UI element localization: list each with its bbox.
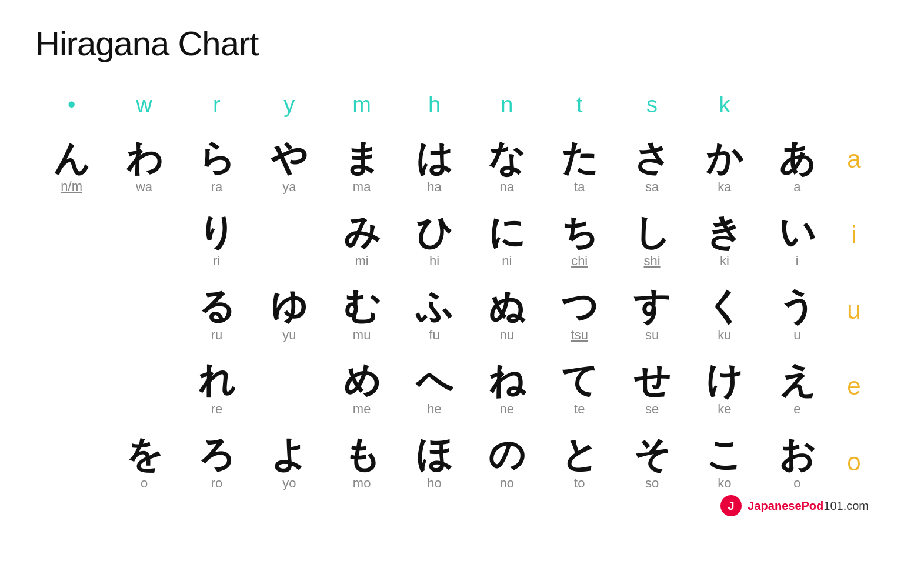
- kana-character: ほ: [416, 435, 453, 475]
- romaji-label: i: [796, 253, 799, 269]
- table-cell: すsu: [616, 278, 688, 352]
- table-row: りriみmiひhiにniちchiしshiきkiいi: [35, 203, 833, 278]
- table-cell: けke: [688, 352, 760, 426]
- kana-character: か: [706, 138, 743, 178]
- table-cell: くku: [688, 278, 760, 352]
- kana-character: み: [343, 212, 381, 252]
- table-cell: しshi: [616, 203, 688, 278]
- romaji-label: so: [645, 476, 659, 491]
- kana-character: を: [126, 435, 163, 475]
- table-cell: ひhi: [398, 203, 471, 278]
- kana-character: さ: [633, 138, 671, 178]
- kana-character: の: [488, 435, 525, 475]
- table-cell: [253, 352, 325, 426]
- romaji-label: ma: [353, 179, 371, 195]
- header-row: • w r y m h n t s k: [35, 86, 833, 129]
- kana-character: ゆ: [271, 286, 308, 326]
- table-cell: [35, 352, 108, 426]
- kana-character: な: [488, 138, 525, 178]
- hiragana-table: • w r y m h n t s k んn/mわwaらraやyaまmaはhaな…: [35, 86, 833, 500]
- romaji-label: te: [574, 402, 585, 417]
- romaji-label: o: [141, 476, 148, 491]
- table-cell: たta: [543, 129, 616, 203]
- kana-character: ぬ: [488, 286, 525, 326]
- table-row: れreめmeへheねneてteせseけkeえe: [35, 352, 833, 426]
- chart-main: • w r y m h n t s k んn/mわwaらraやyaまmaはhaな…: [35, 86, 833, 500]
- kana-character: き: [706, 212, 743, 252]
- romaji-label: ni: [502, 253, 512, 269]
- header-bullet: •: [35, 86, 108, 129]
- page-title: Hiragana Chart: [35, 24, 869, 63]
- kana-character: ら: [198, 138, 235, 178]
- romaji-label: nu: [500, 328, 514, 343]
- svg-text:J: J: [728, 499, 735, 512]
- kana-character: そ: [633, 435, 671, 475]
- kana-character: ん: [53, 139, 90, 179]
- romaji-label: hi: [429, 253, 439, 269]
- header-n: n: [471, 86, 543, 129]
- kana-character: く: [706, 286, 743, 326]
- table-row: るruゆyuむmuふfuぬnuつtsuすsuくkuうu: [35, 278, 833, 352]
- table-cell: れre: [181, 352, 253, 426]
- kana-character: せ: [633, 360, 671, 400]
- table-cell: をo: [108, 426, 180, 500]
- table-cell: ちchi: [543, 203, 616, 278]
- header-y: y: [253, 86, 325, 129]
- kana-character: れ: [198, 360, 235, 400]
- romaji-label: ka: [718, 179, 731, 195]
- table-cell: ふfu: [398, 278, 471, 352]
- romaji-label: me: [353, 402, 371, 417]
- kana-character: し: [633, 212, 671, 252]
- romaji-label: ha: [427, 179, 441, 195]
- kana-character: に: [488, 212, 525, 252]
- table-cell: [108, 278, 180, 352]
- table-row: んn/mわwaらraやyaまmaはhaなnaたtaさsaかkaあa: [35, 129, 833, 203]
- table-cell: [108, 203, 180, 278]
- table-cell: ゆyu: [253, 278, 325, 352]
- romaji-label: sa: [645, 179, 659, 195]
- kana-character: え: [779, 360, 816, 400]
- vowel-u: u: [839, 296, 869, 325]
- page-container: Hiragana Chart • w r y m h n t s k: [0, 0, 904, 535]
- logo-text: JapanesePod101.com: [748, 499, 869, 513]
- romaji-label: fu: [429, 328, 439, 343]
- romaji-label: su: [645, 328, 659, 343]
- vowel-e: e: [839, 372, 869, 400]
- table-cell: とto: [543, 426, 616, 500]
- kana-character: こ: [706, 435, 743, 475]
- romaji-label: ri: [213, 253, 220, 269]
- table-cell: りri: [181, 203, 253, 278]
- table-cell: にni: [471, 203, 543, 278]
- romaji-label: re: [211, 402, 223, 417]
- romaji-label: ra: [211, 179, 223, 195]
- vowel-sidebar: a i u e o: [833, 86, 869, 500]
- kana-character: お: [779, 435, 816, 475]
- kana-character: と: [561, 435, 598, 475]
- romaji-label: mo: [353, 476, 371, 491]
- romaji-label: yo: [282, 476, 296, 491]
- table-cell: せse: [616, 352, 688, 426]
- table-cell: [108, 352, 180, 426]
- kana-character: や: [271, 138, 308, 178]
- kana-character: は: [416, 138, 453, 178]
- romaji-label: shi: [643, 253, 660, 269]
- kana-character: て: [561, 360, 598, 400]
- table-cell: へhe: [398, 352, 471, 426]
- kana-character: め: [343, 360, 381, 400]
- kana-character: あ: [779, 138, 816, 178]
- table-cell: そso: [616, 426, 688, 500]
- kana-character: う: [779, 286, 816, 326]
- table-cell: むmu: [325, 278, 398, 352]
- romaji-label: u: [793, 328, 800, 343]
- table-cell: やya: [253, 129, 325, 203]
- kana-character: ね: [488, 360, 525, 400]
- kana-character: け: [706, 360, 743, 400]
- romaji-label: ta: [574, 179, 585, 195]
- table-cell: かka: [688, 129, 760, 203]
- kana-character: む: [343, 286, 381, 326]
- romaji-label: ku: [718, 328, 731, 343]
- romaji-label: se: [645, 402, 659, 417]
- table-cell: えe: [761, 352, 833, 426]
- kana-character: る: [198, 286, 235, 326]
- kana-character: り: [198, 212, 235, 252]
